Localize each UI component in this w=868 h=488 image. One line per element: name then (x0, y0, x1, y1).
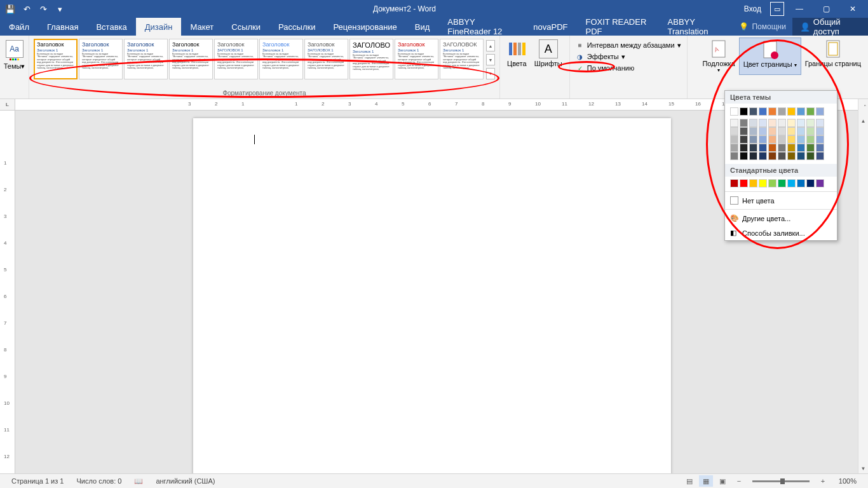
color-swatch[interactable] (730, 107, 738, 116)
color-swatch[interactable] (778, 127, 786, 135)
style-card-8[interactable]: ЗаголовокЗаголовок 1Коллекция на вкладке… (395, 39, 438, 79)
minimize-button[interactable]: — (788, 0, 811, 18)
page-borders-button[interactable]: Границы страниц (801, 37, 865, 75)
share-button[interactable]: 👤 Общий доступ (792, 18, 868, 36)
color-swatch[interactable] (787, 144, 796, 152)
color-swatch[interactable] (759, 179, 767, 187)
style-card-3[interactable]: ЗаголовокЗаголовок 1Коллекция на вкладке… (169, 39, 213, 79)
colors-button[interactable]: Цвета (503, 37, 531, 69)
view-print-icon[interactable]: ▦ (699, 475, 713, 487)
color-swatch[interactable] (816, 107, 824, 116)
color-swatch[interactable] (768, 135, 776, 144)
ruler-vertical[interactable]: 12345678910111213 (0, 111, 15, 473)
color-swatch[interactable] (778, 135, 786, 144)
color-swatch[interactable] (806, 119, 815, 127)
color-swatch[interactable] (749, 119, 757, 127)
color-swatch[interactable] (797, 179, 805, 187)
view-web-icon[interactable]: ▣ (715, 475, 729, 487)
login-link[interactable]: Вход (739, 4, 766, 13)
color-swatch[interactable] (768, 179, 776, 187)
no-color-item[interactable]: Нет цвета (725, 193, 837, 208)
zoom-out-button[interactable]: − (732, 475, 746, 487)
color-swatch[interactable] (759, 152, 767, 160)
status-proofing-icon[interactable]: 📖 (128, 477, 149, 485)
collapse-ribbon-icon[interactable]: ˄ (864, 104, 867, 111)
page-color-button[interactable]: Цвет страницы ▾ (739, 37, 801, 75)
fill-effects-item[interactable]: ◧ Способы заливки... (725, 226, 837, 240)
style-card-7[interactable]: ЗАГОЛОВОКЗаголовок 1Коллекция на вкладке… (349, 39, 393, 79)
fonts-button[interactable]: A Шрифты (531, 37, 566, 69)
color-swatch[interactable] (778, 144, 786, 152)
color-swatch[interactable] (749, 127, 757, 135)
color-swatch[interactable] (749, 144, 757, 152)
tab-novapdf[interactable]: novaPDF (524, 18, 576, 36)
tab-foxit-reader-pdf[interactable]: FOXIT READER PDF (576, 18, 658, 36)
tab-вставка[interactable]: Вставка (87, 18, 135, 36)
color-swatch[interactable] (797, 119, 805, 127)
color-swatch[interactable] (740, 107, 748, 116)
scroll-down-icon[interactable]: ▼ (858, 463, 868, 473)
color-swatch[interactable] (740, 152, 748, 160)
gallery-more-icon[interactable]: ▾ (486, 68, 495, 79)
style-card-4[interactable]: ЗаголовокЗАГОЛОВОК 1Коллекция на вкладке… (214, 39, 258, 79)
color-swatch[interactable] (797, 144, 805, 152)
color-swatch[interactable] (787, 119, 796, 127)
watermark-button[interactable]: A Подложка▾ (698, 37, 738, 75)
tab-файл[interactable]: Файл (0, 18, 38, 36)
view-read-icon[interactable]: ▤ (682, 475, 696, 487)
tab-abbyy-translation[interactable]: ABBYY Translation (659, 18, 733, 36)
color-swatch[interactable] (768, 107, 776, 116)
color-swatch[interactable] (730, 119, 738, 127)
color-swatch[interactable] (797, 135, 805, 144)
color-swatch[interactable] (759, 144, 767, 152)
color-swatch[interactable] (787, 127, 796, 135)
color-swatch[interactable] (768, 119, 776, 127)
tab-рассылки[interactable]: Рассылки (269, 18, 324, 36)
style-card-5[interactable]: ЗаголовокЗаголовок 1Коллекция на вкладке… (259, 39, 303, 79)
color-swatch[interactable] (740, 119, 748, 127)
color-swatch[interactable] (749, 179, 757, 187)
color-swatch[interactable] (797, 152, 805, 160)
style-card-2[interactable]: ЗаголовокЗаголовок 1Коллекция на вкладке… (124, 39, 168, 79)
style-card-9[interactable]: ЗАГОЛОВОКЗаголовок 1Коллекция на вкладке… (440, 39, 484, 79)
color-swatch[interactable] (806, 135, 815, 144)
tab-макет[interactable]: Макет (181, 18, 222, 36)
color-swatch[interactable] (740, 144, 748, 152)
maximize-button[interactable]: ▢ (815, 0, 837, 18)
color-swatch[interactable] (806, 127, 815, 135)
color-swatch[interactable] (759, 135, 767, 144)
color-swatch[interactable] (730, 135, 738, 144)
color-swatch[interactable] (806, 179, 815, 187)
close-button[interactable]: ✕ (841, 0, 864, 18)
tab-abbyy-finereader-12[interactable]: ABBYY FineReader 12 (438, 18, 524, 36)
color-swatch[interactable] (816, 179, 824, 187)
effects-button[interactable]: ◑ Эффекты ▾ (573, 51, 684, 62)
scrollbar-vertical[interactable]: ˄ ▲ ▼ (858, 99, 868, 473)
color-swatch[interactable] (759, 107, 767, 116)
qat-more-icon[interactable]: ▾ (55, 4, 65, 14)
ribbon-options-icon[interactable]: ▭ (770, 2, 784, 16)
color-swatch[interactable] (806, 152, 815, 160)
status-language[interactable]: английский (США) (149, 477, 221, 485)
scroll-up-icon[interactable]: ▲ (858, 116, 868, 126)
color-swatch[interactable] (816, 135, 824, 144)
redo-icon[interactable]: ↷ (38, 4, 48, 14)
gallery-up-icon[interactable]: ▲ (486, 40, 495, 51)
color-swatch[interactable] (797, 127, 805, 135)
color-swatch[interactable] (768, 144, 776, 152)
color-swatch[interactable] (730, 152, 738, 160)
color-swatch[interactable] (749, 152, 757, 160)
color-swatch[interactable] (806, 144, 815, 152)
zoom-level[interactable]: 100% (832, 477, 863, 485)
tab-ссылки[interactable]: Ссылки (222, 18, 269, 36)
themes-button[interactable]: Aa Темы▾ (3, 37, 25, 73)
color-swatch[interactable] (816, 144, 824, 152)
color-swatch[interactable] (816, 152, 824, 160)
color-swatch[interactable] (787, 107, 796, 116)
color-swatch[interactable] (778, 152, 786, 160)
tell-me[interactable]: 💡 Помощни (733, 22, 792, 31)
color-swatch[interactable] (797, 107, 805, 116)
page[interactable] (193, 118, 671, 473)
color-swatch[interactable] (778, 179, 786, 187)
color-swatch[interactable] (740, 179, 748, 187)
